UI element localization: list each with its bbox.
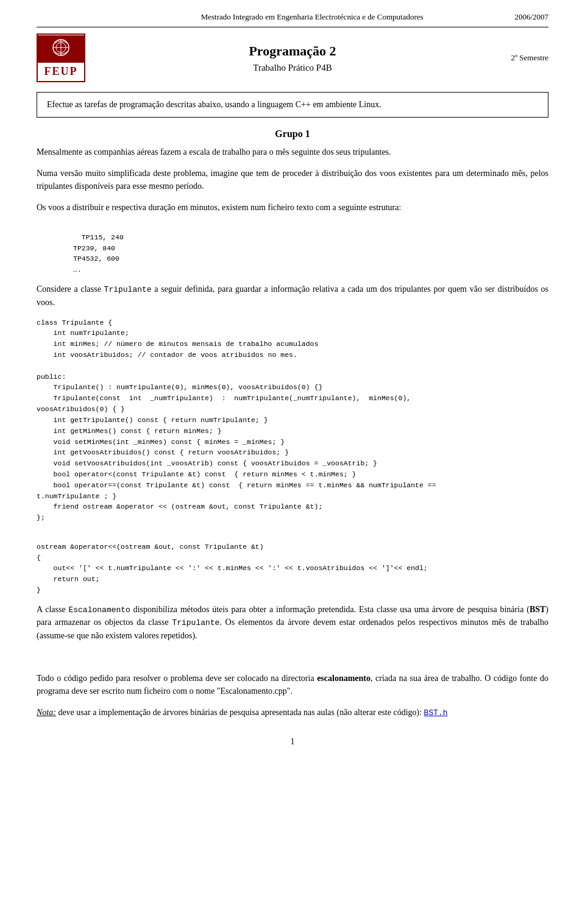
logo-feup-text: FEUP	[38, 63, 84, 80]
logo-svg	[43, 37, 79, 58]
voos-example-code: TP115, 240 TP239, 840 TP4532, 600 ….	[73, 221, 548, 275]
header-center: Programação 2 Trabalho Prático P4B	[98, 43, 488, 73]
gap-paragraph	[37, 651, 548, 663]
p4-class-name: Tripulante	[104, 285, 152, 294]
voos-code-text: TP115, 240 TP239, 840 TP4532, 600 ….	[73, 233, 124, 273]
header-semester: 2º Semestre	[488, 53, 548, 63]
paragraph-5: A classe Escalonamento disponibiliza mét…	[37, 603, 548, 642]
p5-pre-text: A classe	[37, 605, 68, 614]
header-logo-section: FEUP Programação 2 Trabalho Prático P4B …	[37, 34, 548, 82]
p5-mid1-text: disponibiliza métodos úteis para obter a…	[130, 605, 530, 614]
class-code-text: class Tripulante { int numTripulante; in…	[37, 319, 436, 522]
header-year: 2006/2007	[514, 12, 548, 22]
operator-code-block: ostream &operator<<(ostream &out, const …	[37, 531, 548, 596]
header-institution-title: Mestrado Integrado em Engenharia Electro…	[110, 12, 514, 22]
class-code-block: class Tripulante { int numTripulante; in…	[37, 317, 548, 523]
paragraph-2: Numa versão muito simplificada deste pro…	[37, 167, 548, 192]
escalonamento-bold: escalonamento	[317, 674, 370, 683]
p5-class-escalonamento: Escalonamento	[68, 605, 130, 615]
p5-bst-bold: BST	[530, 605, 545, 614]
page-footer: 1	[37, 737, 548, 747]
main-title: Programação 2	[98, 43, 488, 59]
work-subtitle: Trabalho Prático P4B	[98, 63, 488, 73]
task-description-box: Efectue as tarefas de programação descri…	[37, 92, 548, 118]
bst-link[interactable]: BST.h	[424, 708, 448, 718]
p4-pre-text: Considere a classe	[37, 284, 104, 294]
paragraph-3: Os voos a distribuir e respectiva duraçã…	[37, 201, 548, 214]
nota-label: Nota:	[37, 708, 56, 717]
logo-emblem	[38, 35, 84, 63]
feup-logo: FEUP	[37, 34, 85, 82]
nota-text: deve usar a implementação de árvores bin…	[56, 708, 424, 717]
task-description-text: Efectue as tarefas de programação descri…	[47, 100, 381, 109]
p5-tripulante-class: Tripulante	[172, 618, 219, 627]
paragraph-7-note: Nota: deve usar a implementação de árvor…	[37, 706, 548, 719]
operator-code-text: ostream &operator<<(ostream &out, const …	[37, 543, 428, 594]
paragraph-6: Todo o código pedido para resolver o pro…	[37, 672, 548, 697]
grupo-title: Grupo 1	[37, 129, 548, 139]
page-number: 1	[291, 737, 295, 746]
header-top-bar: Mestrado Integrado em Engenharia Electro…	[37, 12, 548, 27]
paragraph-1: Mensalmente as companhias aéreas fazem a…	[37, 146, 548, 158]
paragraph-4: Considere a classe Tripulante a seguir d…	[37, 283, 548, 309]
